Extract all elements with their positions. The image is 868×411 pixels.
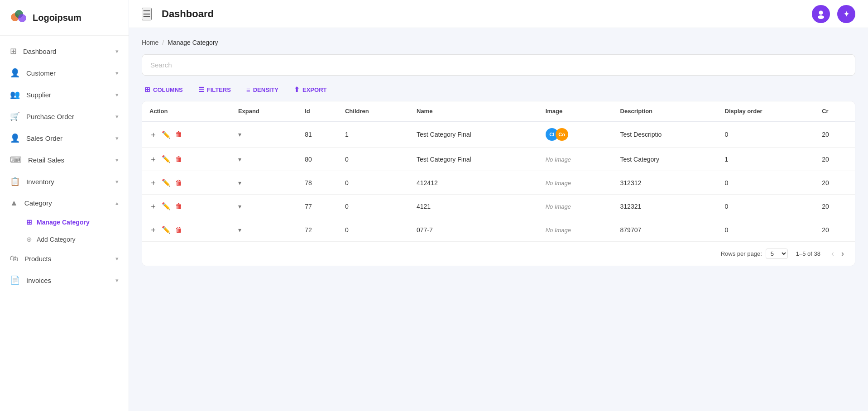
add-row-button[interactable]: ＋ (149, 154, 157, 164)
page-info: 1–5 of 38 (796, 250, 820, 257)
prev-page-button[interactable]: ‹ (829, 248, 837, 259)
expand-button[interactable]: ▾ (238, 179, 241, 186)
columns-button[interactable]: ⊞ COLUMNS (142, 84, 186, 96)
expand-cell: ▾ (231, 148, 297, 171)
id-cell: 72 (297, 218, 338, 242)
filters-icon: ☰ (198, 86, 204, 94)
chevron-down-icon: ▾ (115, 48, 119, 55)
export-label: EXPORT (302, 86, 326, 93)
sidebar-item-retail-sales[interactable]: ⌨ Retail Sales ▾ (0, 149, 129, 171)
svg-point-3 (819, 10, 823, 14)
add-row-button[interactable]: ＋ (149, 177, 157, 188)
delete-row-button[interactable]: 🗑 (175, 202, 182, 210)
table-row: ＋ ✏️ 🗑 ▾780412412No Image312312020 (142, 171, 855, 195)
edit-row-button[interactable]: ✏️ (162, 130, 171, 139)
sidebar-item-inventory[interactable]: 📋 Inventory ▾ (0, 171, 129, 192)
sidebar-item-products[interactable]: 🛍 Products ▾ (0, 248, 129, 269)
sidebar-item-manage-category[interactable]: ⊞ Manage Category (0, 214, 129, 231)
table-row: ＋ ✏️ 🗑 ▾720077-7No Image879707020 (142, 218, 855, 242)
logo-icon (9, 8, 28, 27)
action-cell: ＋ ✏️ 🗑 (142, 218, 231, 242)
name-cell: 4121 (409, 195, 538, 218)
sales-order-icon: 👤 (10, 133, 20, 143)
next-page-button[interactable]: › (839, 248, 847, 259)
category-icon: ▲ (10, 198, 18, 208)
col-image: Image (538, 101, 613, 121)
sidebar-item-supplier[interactable]: 👥 Supplier ▾ (0, 84, 129, 105)
image-preview: Cl Co (546, 128, 606, 141)
rows-per-page-select[interactable]: 5 10 25 (766, 249, 788, 259)
action-cell: ＋ ✏️ 🗑 (142, 195, 231, 218)
sidebar-item-label: Customer (26, 69, 56, 77)
delete-row-button[interactable]: 🗑 (175, 155, 182, 163)
export-button[interactable]: ⬆ EXPORT (291, 84, 329, 96)
sparkle-button[interactable]: ✦ (837, 5, 855, 23)
sidebar-item-category[interactable]: ▲ Category ▴ (0, 192, 129, 214)
add-row-button[interactable]: ＋ (149, 225, 157, 235)
col-description: Description (613, 101, 718, 121)
columns-icon: ⊞ (144, 86, 150, 94)
cr-cell: 20 (815, 171, 855, 195)
density-button[interactable]: ≡ DENSITY (244, 84, 281, 96)
expand-button[interactable]: ▾ (238, 131, 241, 138)
sidebar-item-label: Inventory (26, 178, 54, 186)
display-order-cell: 0 (718, 171, 815, 195)
sidebar-item-purchase-order[interactable]: 🛒 Purchase Order ▾ (0, 105, 129, 127)
delete-row-button[interactable]: 🗑 (175, 130, 182, 139)
main-area: ☰ Dashboard ✦ Home / Manage Category ⊞ C… (129, 0, 868, 411)
page-navigation: ‹ › (829, 248, 847, 259)
chevron-down-icon: ▾ (115, 178, 119, 185)
add-row-button[interactable]: ＋ (149, 201, 157, 211)
expand-button[interactable]: ▾ (238, 156, 241, 163)
chevron-down-icon: ▾ (115, 157, 119, 163)
id-cell: 77 (297, 195, 338, 218)
sidebar-item-invoices[interactable]: 📄 Invoices ▾ (0, 269, 129, 291)
purchase-order-icon: 🛒 (10, 111, 20, 121)
supplier-icon: 👥 (10, 90, 20, 100)
user-avatar[interactable] (812, 5, 830, 23)
inventory-icon: 📋 (10, 177, 20, 186)
sidebar-item-label: Dashboard (23, 48, 56, 55)
sidebar-item-label: Invoices (26, 277, 51, 284)
density-label: DENSITY (253, 86, 278, 93)
sidebar: Logoipsum ⊞ Dashboard ▾ 👤 Customer ▾ 👥 S… (0, 0, 129, 411)
display-order-cell: 0 (718, 218, 815, 242)
svg-point-2 (18, 14, 26, 22)
avatar-icon (816, 9, 826, 19)
no-image-label: No Image (546, 203, 571, 210)
delete-row-button[interactable]: 🗑 (175, 179, 182, 187)
table-row: ＋ ✏️ 🗑 ▾7704121No Image312321020 (142, 195, 855, 218)
sidebar-item-customer[interactable]: 👤 Customer ▾ (0, 62, 129, 84)
description-cell: Test Category (613, 148, 718, 171)
breadcrumb-home[interactable]: Home (142, 39, 158, 46)
data-table: Action Expand Id Children Name Image Des… (142, 101, 855, 266)
edit-row-button[interactable]: ✏️ (162, 225, 171, 234)
sidebar-item-add-category[interactable]: ⊕ Add Category (0, 231, 129, 248)
children-cell: 0 (338, 218, 409, 242)
menu-toggle-button[interactable]: ☰ (142, 8, 152, 20)
action-cell: ＋ ✏️ 🗑 (142, 148, 231, 171)
logo: Logoipsum (0, 0, 129, 36)
description-cell: 312312 (613, 171, 718, 195)
content-area: Home / Manage Category ⊞ COLUMNS ☰ FILTE… (129, 28, 868, 411)
edit-row-button[interactable]: ✏️ (162, 178, 171, 187)
delete-row-button[interactable]: 🗑 (175, 226, 182, 234)
sidebar-item-sales-order[interactable]: 👤 Sales Order ▾ (0, 127, 129, 149)
edit-row-button[interactable]: ✏️ (162, 155, 171, 163)
table-toolbar: ⊞ COLUMNS ☰ FILTERS ≡ DENSITY ⬆ EXPORT (142, 84, 855, 96)
products-icon: 🛍 (10, 254, 18, 263)
filters-button[interactable]: ☰ FILTERS (196, 84, 234, 96)
expand-button[interactable]: ▾ (238, 226, 241, 234)
sidebar-item-dashboard[interactable]: ⊞ Dashboard ▾ (0, 40, 129, 62)
columns-label: COLUMNS (153, 86, 183, 93)
expand-button[interactable]: ▾ (238, 203, 241, 210)
table-row: ＋ ✏️ 🗑 ▾800Test Category FinalNo ImageTe… (142, 148, 855, 171)
search-input[interactable] (142, 54, 855, 76)
export-icon: ⬆ (294, 86, 300, 94)
add-row-button[interactable]: ＋ (149, 129, 157, 140)
sidebar-item-label: Sales Order (26, 134, 62, 142)
name-cell: 077-7 (409, 218, 538, 242)
no-image-label: No Image (546, 227, 571, 234)
edit-row-button[interactable]: ✏️ (162, 202, 171, 210)
chevron-down-icon: ▾ (115, 277, 119, 284)
